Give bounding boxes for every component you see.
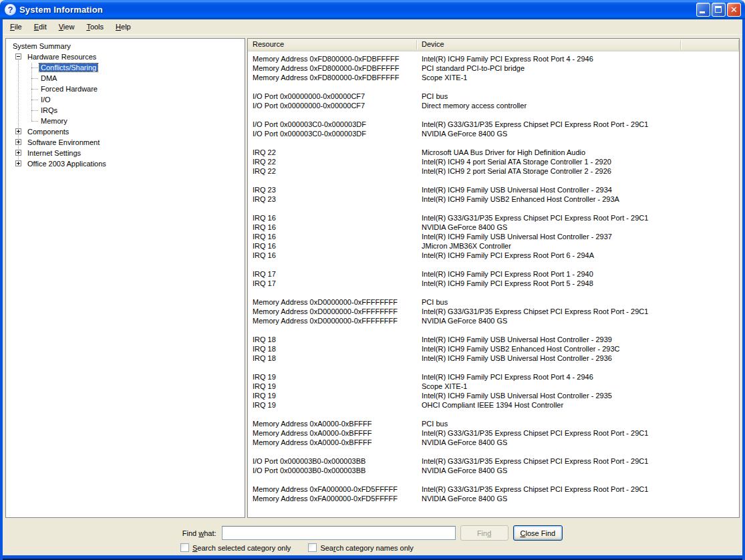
table-row[interactable]: Memory Address 0xD0000000-0xFFFFFFFFInte…	[248, 307, 739, 316]
table-row[interactable]: IRQ 19Scope XITE-1	[248, 382, 739, 391]
sidebar-item-internet-settings[interactable]: Internet Settings	[6, 148, 245, 158]
table-row[interactable]: Memory Address 0xA0000-0xBFFFFNVIDIA GeF…	[248, 438, 739, 447]
sidebar-item-memory[interactable]: Memory	[6, 116, 245, 126]
resource-cell: IRQ 19	[248, 372, 417, 382]
device-cell: Scope XITE-1	[417, 73, 739, 82]
close-find-button[interactable]: Close Find	[513, 525, 563, 541]
resource-table-body[interactable]: Memory Address 0xFD800000-0xFDBFFFFFInte…	[248, 51, 739, 517]
maximize-button[interactable]	[712, 3, 726, 17]
table-row[interactable]: Memory Address 0xFD800000-0xFDBFFFFFPCI …	[248, 63, 739, 73]
title-bar[interactable]: ? System Information ✕	[0, 0, 745, 19]
table-row[interactable]: Memory Address 0xFD800000-0xFDBFFFFFScop…	[248, 73, 739, 82]
expand-icon[interactable]	[15, 150, 21, 156]
table-row[interactable]: IRQ 22Intel(R) ICH9 2 port Serial ATA St…	[248, 166, 739, 176]
device-cell: Direct memory access controller	[417, 101, 739, 110]
table-row[interactable]: Memory Address 0xA0000-0xBFFFFIntel(R) G…	[248, 428, 739, 438]
resource-cell: Memory Address 0xFD800000-0xFDBFFFFF	[248, 54, 417, 63]
device-cell: PCI bus	[417, 297, 739, 307]
tree-connector-line	[31, 63, 32, 121]
table-row[interactable]: I/O Port 0x000003C0-0x000003DFIntel(R) G…	[248, 120, 739, 129]
table-row[interactable]: IRQ 18Intel(R) ICH9 Family USB Universal…	[248, 354, 739, 363]
table-row[interactable]: IRQ 22Intel(R) ICH9 4 port Serial ATA St…	[248, 157, 739, 166]
table-row[interactable]: IRQ 16Intel(R) G33/G31/P35 Express Chips…	[248, 213, 739, 223]
tree-connector-stub	[31, 121, 38, 122]
resource-cell: IRQ 16	[248, 251, 417, 260]
sidebar-item-conflicts-sharing[interactable]: Conflicts/Sharing	[6, 62, 245, 73]
device-cell: Intel(R) ICH9 Family PCI Express Root Po…	[417, 279, 739, 288]
table-row[interactable]: IRQ 19OHCI Compliant IEEE 1394 Host Cont…	[248, 400, 739, 410]
table-row[interactable]: Memory Address 0xFD800000-0xFDBFFFFFInte…	[248, 54, 739, 63]
expand-icon[interactable]	[15, 128, 21, 134]
resource-cell: Memory Address 0xA0000-0xBFFFF	[248, 438, 417, 447]
table-row[interactable]: IRQ 16JMicron JMB36X Controller	[248, 241, 739, 251]
table-row[interactable]: IRQ 17Intel(R) ICH9 Family PCI Express R…	[248, 269, 739, 279]
group-separator	[248, 475, 739, 484]
device-cell: Intel(R) G33/G31/P35 Express Chipset PCI…	[417, 484, 739, 494]
expand-icon[interactable]	[15, 160, 21, 166]
group-separator	[248, 260, 739, 269]
table-row[interactable]: IRQ 16Intel(R) ICH9 Family PCI Express R…	[248, 251, 739, 260]
table-row[interactable]: IRQ 17Intel(R) ICH9 Family PCI Express R…	[248, 279, 739, 288]
table-row[interactable]: I/O Port 0x000003C0-0x000003DFNVIDIA GeF…	[248, 129, 739, 138]
menu-edit[interactable]: Edit	[28, 21, 53, 33]
sidebar-item-hardware-resources[interactable]: Hardware Resources	[6, 51, 245, 62]
table-row[interactable]: I/O Port 0x00000000-0x00000CF7PCI bus	[248, 92, 739, 101]
menu-help[interactable]: Help	[110, 21, 137, 33]
resource-cell: Memory Address 0xFD800000-0xFDBFFFFF	[248, 73, 417, 82]
search-category-names-checkbox[interactable]	[308, 543, 317, 552]
find-button[interactable]: Find	[460, 525, 508, 541]
device-cell: Intel(R) ICH9 Family USB Universal Host …	[417, 232, 739, 241]
device-cell: Intel(R) ICH9 Family USB Universal Host …	[417, 391, 739, 400]
resource-cell: IRQ 19	[248, 391, 417, 400]
resource-list-panel: Resource Device Memory Address 0xFD80000…	[247, 38, 740, 518]
sidebar-item-irqs[interactable]: IRQs	[6, 105, 245, 116]
table-row[interactable]: IRQ 16NVIDIA GeForce 8400 GS	[248, 223, 739, 232]
minimize-button[interactable]	[696, 3, 710, 17]
tree-connector-stub	[31, 78, 38, 79]
table-row[interactable]: IRQ 18Intel(R) ICH9 Family USB Universal…	[248, 335, 739, 344]
sidebar-item-forced-hardware[interactable]: Forced Hardware	[6, 84, 245, 94]
table-row[interactable]: IRQ 22Microsoft UAA Bus Driver for High …	[248, 148, 739, 157]
table-row[interactable]: IRQ 19Intel(R) ICH9 Family PCI Express R…	[248, 372, 739, 382]
column-header-resource[interactable]: Resource	[248, 39, 417, 51]
tree-connector-stub	[31, 67, 38, 68]
table-row[interactable]: Memory Address 0xA0000-0xBFFFFPCI bus	[248, 419, 739, 428]
table-row[interactable]: IRQ 18Intel(R) ICH9 Family USB2 Enhanced…	[248, 344, 739, 354]
device-cell: Intel(R) G33/G31/P35 Express Chipset PCI…	[417, 213, 739, 223]
expand-icon[interactable]	[15, 139, 21, 145]
table-row[interactable]: I/O Port 0x000003B0-0x000003BBIntel(R) G…	[248, 456, 739, 466]
sidebar-item-software-environment[interactable]: Software Environment	[6, 137, 245, 148]
window-body: FileEditViewToolsHelp System SummaryHard…	[0, 19, 745, 560]
table-row[interactable]: I/O Port 0x000003B0-0x000003BBNVIDIA GeF…	[248, 466, 739, 475]
table-row[interactable]: Memory Address 0xD0000000-0xFFFFFFFFNVID…	[248, 316, 739, 325]
table-row[interactable]: Memory Address 0xFA000000-0xFD5FFFFFNVID…	[248, 494, 739, 503]
table-row[interactable]: Memory Address 0xD0000000-0xFFFFFFFFPCI …	[248, 297, 739, 307]
column-header-device[interactable]: Device	[417, 39, 681, 51]
sidebar-item-system-summary[interactable]: System Summary	[6, 41, 245, 51]
table-row[interactable]: IRQ 19Intel(R) ICH9 Family USB Universal…	[248, 391, 739, 400]
menu-tools[interactable]: Tools	[80, 21, 110, 33]
sidebar-item-office-2003-applications[interactable]: Office 2003 Applications	[6, 158, 245, 169]
device-cell: Intel(R) ICH9 Family PCI Express Root Po…	[417, 251, 739, 260]
menu-file[interactable]: File	[4, 21, 28, 33]
sidebar-item-dma[interactable]: DMA	[6, 73, 245, 84]
table-row[interactable]: IRQ 23Intel(R) ICH9 Family USB Universal…	[248, 185, 739, 194]
collapse-icon[interactable]	[15, 53, 21, 59]
category-tree[interactable]: System SummaryHardware ResourcesConflict…	[5, 38, 245, 518]
search-selected-category-checkbox[interactable]	[180, 543, 189, 552]
group-separator	[248, 363, 739, 372]
resource-cell: IRQ 16	[248, 232, 417, 241]
table-row[interactable]: IRQ 23Intel(R) ICH9 Family USB2 Enhanced…	[248, 194, 739, 204]
table-row[interactable]: I/O Port 0x00000000-0x00000CF7Direct mem…	[248, 101, 739, 110]
sidebar-item-components[interactable]: Components	[6, 126, 245, 137]
menu-view[interactable]: View	[53, 21, 81, 33]
group-separator	[248, 176, 739, 185]
sidebar-item-i-o[interactable]: I/O	[6, 94, 245, 105]
close-button[interactable]: ✕	[727, 3, 741, 17]
find-input[interactable]	[222, 526, 456, 540]
search-selected-category-label: Search selected category only	[192, 544, 291, 552]
table-row[interactable]: IRQ 16Intel(R) ICH9 Family USB Universal…	[248, 232, 739, 241]
resource-cell: I/O Port 0x00000000-0x00000CF7	[248, 101, 417, 110]
sidebar-item-label: Conflicts/Sharing	[39, 63, 98, 72]
table-row[interactable]: Memory Address 0xFA000000-0xFD5FFFFFInte…	[248, 484, 739, 494]
